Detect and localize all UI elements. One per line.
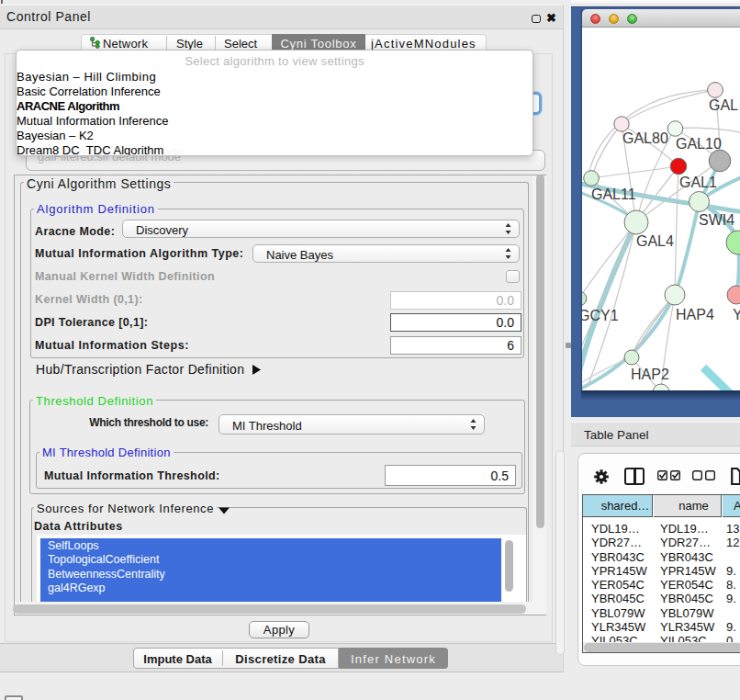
svg-text:Y: Y [733,307,740,322]
svg-text:SWI4: SWI4 [699,212,734,228]
svg-text:GAL1: GAL1 [679,175,717,190]
svg-text:GAL: GAL [709,97,738,113]
svg-text:GAL4: GAL4 [636,233,674,249]
svg-text:GAL11: GAL11 [591,186,636,202]
svg-text:HAP4: HAP4 [676,307,714,322]
svg-text:GAL10: GAL10 [676,136,722,152]
svg-text:GAL80: GAL80 [622,130,668,146]
svg-text:HAP2: HAP2 [631,367,669,382]
svg-text:GCY1: GCY1 [582,308,619,323]
